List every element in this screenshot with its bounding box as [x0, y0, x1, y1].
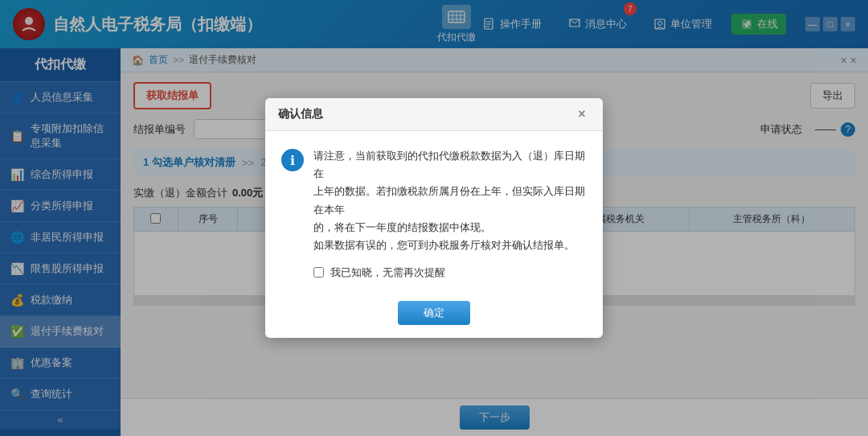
modal-info-icon: ℹ — [281, 149, 304, 171]
confirm-btn[interactable]: 确定 — [398, 301, 470, 325]
confirm-modal: 确认信息 × ℹ 请注意，当前获取到的代扣代缴税款数据为入（退）库日期在 上年的… — [265, 98, 603, 338]
modal-line1: 请注意，当前获取到的代扣代缴税款数据为入（退）库日期在 — [313, 150, 585, 179]
modal-footer: 确定 — [265, 293, 603, 338]
modal-line2: 上年的数据。若扣缴税款所属月份在上年，但实际入库日期在本年 — [313, 185, 585, 215]
modal-checkbox-row: 我已知晓，无需再次提醒 — [313, 265, 587, 280]
no-remind-label: 我已知晓，无需再次提醒 — [330, 265, 445, 280]
modal-line3: 的，将在下一年度的结报数据中体现。 — [313, 221, 491, 233]
modal-body: ℹ 请注意，当前获取到的代扣代缴税款数据为入（退）库日期在 上年的数据。若扣缴税… — [265, 131, 603, 293]
modal-overlay: 确认信息 × ℹ 请注意，当前获取到的代扣代缴税款数据为入（退）库日期在 上年的… — [0, 0, 868, 436]
modal-close-btn[interactable]: × — [574, 106, 590, 122]
modal-content-row: ℹ 请注意，当前获取到的代扣代缴税款数据为入（退）库日期在 上年的数据。若扣缴税… — [281, 147, 587, 254]
modal-header: 确认信息 × — [265, 98, 603, 131]
modal-text: 请注意，当前获取到的代扣代缴税款数据为入（退）库日期在 上年的数据。若扣缴税款所… — [313, 147, 587, 254]
no-remind-checkbox[interactable] — [313, 267, 324, 278]
modal-line4: 如果数据有误的，您可到办税服务厅核对并确认结报单。 — [313, 239, 575, 251]
modal-title: 确认信息 — [278, 107, 323, 121]
